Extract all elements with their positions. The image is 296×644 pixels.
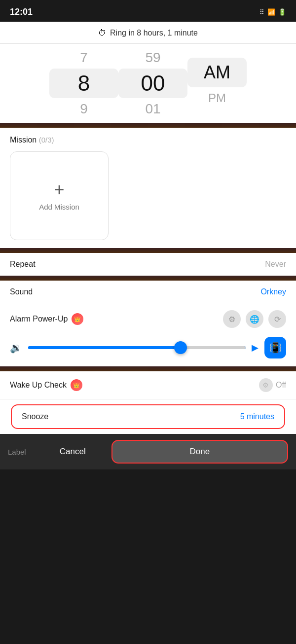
volume-row[interactable]: 🔉 ▶ 📳: [0, 333, 296, 366]
hour-col[interactable]: 7 8 9: [49, 47, 118, 120]
ampm-selected: AM: [187, 58, 247, 87]
status-icons: ⠿ 📶 🔋: [259, 8, 286, 16]
done-label: Done: [190, 447, 210, 456]
ring-info-text: Ring in 8 hours, 1 minute: [110, 29, 198, 37]
minute-below: 01: [145, 98, 160, 120]
powerup-icon-1[interactable]: ⚙: [223, 310, 241, 328]
alarm-powerup-row[interactable]: Alarm Power-Up 👑 ⚙ 🌐 ⟳: [0, 303, 296, 333]
repeat-value: Never: [265, 260, 286, 269]
wakeup-icon-glyph: ⚙: [262, 381, 269, 389]
repeat-row[interactable]: Repeat Never: [0, 253, 296, 276]
add-mission-button[interactable]: + Add Mission: [10, 151, 109, 240]
add-mission-label: Add Mission: [39, 203, 79, 211]
powerup-icons: ⚙ 🌐 ⟳: [223, 310, 286, 328]
wakeup-check-row[interactable]: Wake Up Check 👑 ⚙ Off: [0, 371, 296, 399]
time-picker[interactable]: 7 8 9 59 00 01 AM PM: [0, 44, 296, 123]
hour-above: 7: [80, 47, 88, 69]
slider-unfilled: [181, 346, 246, 349]
hour-selected: 8: [49, 69, 118, 98]
sound-value: Orkney: [260, 287, 286, 296]
wakeup-crown-icon: 👑: [73, 382, 80, 389]
slider-thumb[interactable]: [174, 341, 187, 354]
alarm-powerup-left: Alarm Power-Up 👑: [10, 313, 83, 325]
dark-divider-1: [0, 123, 296, 128]
wakeup-label: Wake Up Check: [10, 381, 67, 390]
dark-divider-4: [0, 366, 296, 371]
battery-icon: 🔋: [278, 8, 286, 16]
snooze-row[interactable]: Snooze 5 minutes: [11, 404, 285, 429]
bottom-toolbar: Label Cancel Done: [0, 434, 296, 469]
vibrate-button[interactable]: 📳: [264, 337, 286, 358]
play-button[interactable]: ▶: [252, 342, 259, 353]
mission-count: (0/3): [39, 136, 54, 144]
done-button[interactable]: Done: [111, 440, 288, 464]
wakeup-crown-badge: 👑: [71, 379, 82, 391]
volume-icon: 🔉: [10, 342, 22, 354]
dark-divider-2: [0, 248, 296, 253]
powerup-icon-2[interactable]: 🌐: [246, 310, 263, 328]
main-card: ⏱ Ring in 8 hours, 1 minute 7 8 9 59 00 …: [0, 22, 296, 123]
dark-divider-3: [0, 276, 296, 281]
snooze-label: Snooze: [22, 412, 48, 421]
powerup-icon-3[interactable]: ⟳: [268, 310, 286, 328]
sound-label: Sound: [10, 287, 33, 296]
wakeup-status-icon: ⚙: [259, 378, 273, 392]
snooze-value: 5 minutes: [240, 412, 274, 421]
add-mission-plus-icon: +: [54, 181, 64, 199]
volume-slider[interactable]: [28, 346, 246, 349]
alarm-powerup-label: Alarm Power-Up: [10, 315, 68, 323]
ampm-below: PM: [208, 87, 226, 109]
mission-header: Mission (0/3): [10, 136, 286, 144]
status-time: 12:01: [10, 7, 33, 17]
powerup-icon-3-glyph: ⟳: [274, 315, 281, 324]
crown-badge: 👑: [72, 313, 83, 325]
snooze-wrapper: Snooze 5 minutes: [0, 399, 296, 434]
powerup-icon-2-glyph: 🌐: [250, 315, 259, 324]
mission-label: Mission: [10, 136, 37, 144]
status-bar: 12:01 ⠿ 📶 🔋: [0, 0, 296, 22]
sound-row[interactable]: Sound Orkney: [0, 281, 296, 303]
crown-icon: 👑: [74, 316, 81, 322]
vibrate-icon: 📳: [269, 342, 282, 354]
repeat-label: Repeat: [10, 260, 36, 269]
toolbar-label-text: Label: [8, 448, 26, 456]
wakeup-left: Wake Up Check 👑: [10, 379, 82, 391]
wakeup-right: ⚙ Off: [259, 378, 286, 392]
minute-above: 59: [145, 47, 160, 69]
wifi-icon: 📶: [267, 8, 275, 16]
slider-fill: [28, 346, 181, 349]
wakeup-value: Off: [276, 381, 286, 390]
ring-info-bar: ⏱ Ring in 8 hours, 1 minute: [0, 22, 296, 44]
cancel-button[interactable]: Cancel: [34, 447, 111, 457]
stopwatch-icon: ⏱: [98, 29, 106, 37]
hour-below: 9: [80, 98, 88, 120]
signal-icon: ⠿: [259, 8, 264, 16]
minute-selected: 00: [118, 69, 187, 98]
mission-section: Mission (0/3) + Add Mission: [0, 128, 296, 248]
ampm-col[interactable]: AM PM: [187, 58, 247, 109]
powerup-icon-1-glyph: ⚙: [228, 315, 235, 324]
minute-col[interactable]: 59 00 01: [118, 47, 187, 120]
